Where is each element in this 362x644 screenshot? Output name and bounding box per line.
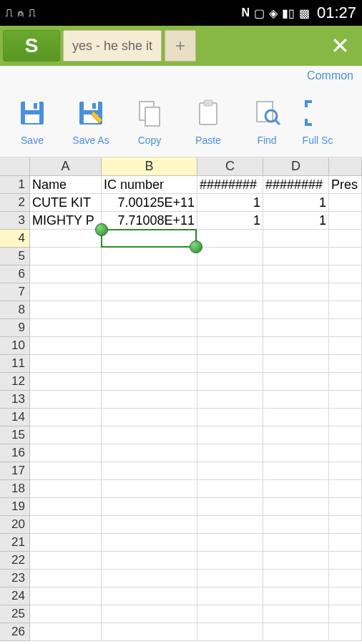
cell-E12[interactable] xyxy=(329,373,362,391)
cell-B20[interactable] xyxy=(102,516,197,534)
cell-A24[interactable] xyxy=(30,587,102,605)
cell-C13[interactable] xyxy=(197,391,263,409)
cell-D13[interactable] xyxy=(263,391,329,409)
cell-A9[interactable] xyxy=(30,319,102,337)
cell-B5[interactable] xyxy=(102,248,197,265)
col-header-C[interactable]: C xyxy=(197,157,263,176)
cell-B7[interactable] xyxy=(102,283,197,301)
row-header-22[interactable]: 22 xyxy=(0,552,30,570)
cell-E25[interactable] xyxy=(329,605,362,623)
cell-C25[interactable] xyxy=(197,605,263,623)
col-header-D[interactable]: D xyxy=(263,157,329,176)
cell-D2[interactable]: 1 xyxy=(263,194,329,212)
cell-E21[interactable] xyxy=(329,534,362,552)
cell-C21[interactable] xyxy=(197,534,263,552)
cell-E9[interactable] xyxy=(329,319,362,337)
cell-A8[interactable] xyxy=(30,301,102,319)
row-header-19[interactable]: 19 xyxy=(0,498,30,516)
cell-E18[interactable] xyxy=(329,480,362,498)
row-header-16[interactable]: 16 xyxy=(0,444,30,462)
cell-A20[interactable] xyxy=(30,516,102,534)
row-header-15[interactable]: 15 xyxy=(0,426,30,444)
cell-D11[interactable] xyxy=(263,355,329,373)
cell-C6[interactable] xyxy=(197,265,263,283)
cell-D12[interactable] xyxy=(263,373,329,391)
col-header-B[interactable]: B xyxy=(102,157,197,176)
cell-D20[interactable] xyxy=(263,516,329,534)
cell-B18[interactable] xyxy=(102,480,197,498)
cell-B17[interactable] xyxy=(102,462,197,480)
select-all-corner[interactable] xyxy=(0,157,30,176)
spreadsheet[interactable]: ABCD1NameIC number################Pres2C… xyxy=(0,157,362,644)
new-tab-button[interactable]: + xyxy=(165,30,196,62)
cell-E17[interactable] xyxy=(329,462,362,480)
cell-B2[interactable]: 7.00125E+11 xyxy=(102,194,197,212)
ribbon-group-label[interactable]: Common xyxy=(0,66,362,86)
row-header-9[interactable]: 9 xyxy=(0,319,30,337)
cell-A5[interactable] xyxy=(30,248,102,265)
cell-C9[interactable] xyxy=(197,319,263,337)
cell-A14[interactable] xyxy=(30,409,102,426)
cell-D24[interactable] xyxy=(263,587,329,605)
row-header-10[interactable]: 10 xyxy=(0,337,30,355)
cell-E16[interactable] xyxy=(329,444,362,462)
cell-B14[interactable] xyxy=(102,409,197,426)
cell-D17[interactable] xyxy=(263,462,329,480)
cell-B12[interactable] xyxy=(102,373,197,391)
cell-E2[interactable] xyxy=(329,194,362,212)
cell-E14[interactable] xyxy=(329,409,362,426)
cell-A11[interactable] xyxy=(30,355,102,373)
cell-D15[interactable] xyxy=(263,426,329,444)
row-header-14[interactable]: 14 xyxy=(0,409,30,426)
cell-E7[interactable] xyxy=(329,283,362,301)
cell-E22[interactable] xyxy=(329,552,362,570)
cell-C4[interactable] xyxy=(197,230,263,248)
cell-D21[interactable] xyxy=(263,534,329,552)
cell-E4[interactable] xyxy=(329,230,362,248)
cell-C7[interactable] xyxy=(197,283,263,301)
cell-B9[interactable] xyxy=(102,319,197,337)
cell-A19[interactable] xyxy=(30,498,102,516)
cell-A22[interactable] xyxy=(30,552,102,570)
cell-C22[interactable] xyxy=(197,552,263,570)
cell-A17[interactable] xyxy=(30,462,102,480)
cell-A15[interactable] xyxy=(30,426,102,444)
cell-C11[interactable] xyxy=(197,355,263,373)
cell-D5[interactable] xyxy=(263,248,329,265)
cell-D10[interactable] xyxy=(263,337,329,355)
cell-D4[interactable] xyxy=(263,230,329,248)
row-header-1[interactable]: 1 xyxy=(0,176,30,194)
cell-C14[interactable] xyxy=(197,409,263,426)
paste-button[interactable]: Paste xyxy=(179,97,238,146)
sheet-tab[interactable]: yes - he she it xyxy=(63,30,162,62)
col-header-blank[interactable] xyxy=(329,157,362,176)
cell-A1[interactable]: Name xyxy=(30,176,102,194)
close-button[interactable]: ✕ xyxy=(325,31,355,61)
cell-E5[interactable] xyxy=(329,248,362,265)
cell-D3[interactable]: 1 xyxy=(263,212,329,230)
cell-A2[interactable]: CUTE KIT xyxy=(30,194,102,212)
cell-B8[interactable] xyxy=(102,301,197,319)
cell-B19[interactable] xyxy=(102,498,197,516)
row-header-17[interactable]: 17 xyxy=(0,462,30,480)
cell-C12[interactable] xyxy=(197,373,263,391)
cell-A7[interactable] xyxy=(30,283,102,301)
cell-A10[interactable] xyxy=(30,337,102,355)
cell-D9[interactable] xyxy=(263,319,329,337)
cell-C16[interactable] xyxy=(197,444,263,462)
row-header-24[interactable]: 24 xyxy=(0,587,30,605)
cell-B22[interactable] xyxy=(102,552,197,570)
cell-B11[interactable] xyxy=(102,355,197,373)
cell-A6[interactable] xyxy=(30,265,102,283)
cell-B15[interactable] xyxy=(102,426,197,444)
cell-E15[interactable] xyxy=(329,426,362,444)
row-header-2[interactable]: 2 xyxy=(0,194,30,212)
cell-D18[interactable] xyxy=(263,480,329,498)
cell-E23[interactable] xyxy=(329,570,362,587)
fullscreen-button[interactable]: Full Sc xyxy=(296,97,339,146)
row-header-18[interactable]: 18 xyxy=(0,480,30,498)
cell-A21[interactable] xyxy=(30,534,102,552)
cell-E10[interactable] xyxy=(329,337,362,355)
cell-E1[interactable]: Pres xyxy=(329,176,362,194)
cell-E13[interactable] xyxy=(329,391,362,409)
